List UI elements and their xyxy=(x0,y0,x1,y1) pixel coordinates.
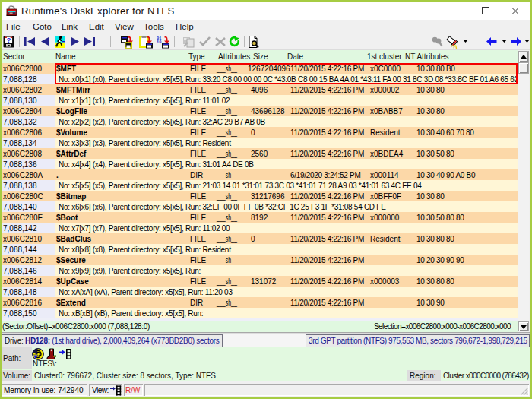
svg-text:10: 10 xyxy=(157,40,161,45)
svg-text:?: ? xyxy=(7,36,11,44)
